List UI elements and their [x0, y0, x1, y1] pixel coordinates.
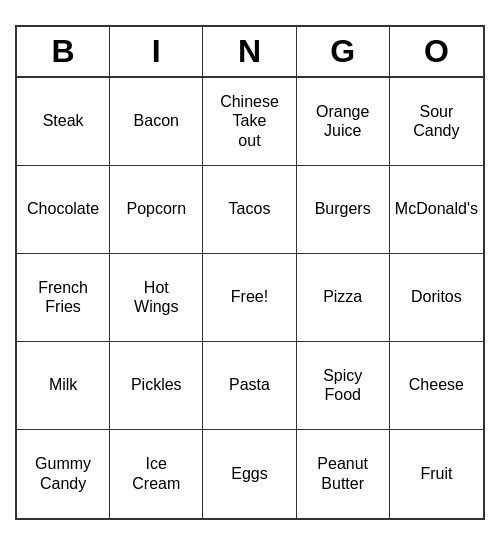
bingo-cell: Tacos	[203, 166, 296, 254]
bingo-cell: ChineseTakeout	[203, 78, 296, 166]
header-letter: I	[110, 27, 203, 76]
cell-text: FrenchFries	[38, 278, 88, 316]
bingo-cell: PeanutButter	[297, 430, 390, 518]
cell-text: SourCandy	[413, 102, 459, 140]
cell-text: Steak	[43, 111, 84, 130]
bingo-cell: Milk	[17, 342, 110, 430]
bingo-card: BINGO SteakBaconChineseTakeoutOrangeJuic…	[15, 25, 485, 520]
bingo-cell: Bacon	[110, 78, 203, 166]
bingo-cell: Free!	[203, 254, 296, 342]
bingo-cell: Doritos	[390, 254, 483, 342]
bingo-cell: Cheese	[390, 342, 483, 430]
bingo-cell: FrenchFries	[17, 254, 110, 342]
bingo-header: BINGO	[17, 27, 483, 78]
header-letter: B	[17, 27, 110, 76]
cell-text: Bacon	[134, 111, 179, 130]
bingo-cell: Pizza	[297, 254, 390, 342]
cell-text: Popcorn	[126, 199, 186, 218]
bingo-cell: Pickles	[110, 342, 203, 430]
cell-text: McDonald's	[395, 199, 478, 218]
cell-text: Eggs	[231, 464, 267, 483]
bingo-cell: McDonald's	[390, 166, 483, 254]
cell-text: Pasta	[229, 375, 270, 394]
bingo-cell: GummyCandy	[17, 430, 110, 518]
header-letter: N	[203, 27, 296, 76]
cell-text: Fruit	[420, 464, 452, 483]
cell-text: Burgers	[315, 199, 371, 218]
cell-text: SpicyFood	[323, 366, 362, 404]
cell-text: ChineseTakeout	[220, 92, 279, 150]
bingo-cell: Popcorn	[110, 166, 203, 254]
bingo-cell: Fruit	[390, 430, 483, 518]
bingo-cell: HotWings	[110, 254, 203, 342]
cell-text: IceCream	[132, 454, 180, 492]
header-letter: G	[297, 27, 390, 76]
cell-text: HotWings	[134, 278, 178, 316]
bingo-cell: Burgers	[297, 166, 390, 254]
cell-text: Pizza	[323, 287, 362, 306]
cell-text: Cheese	[409, 375, 464, 394]
cell-text: Milk	[49, 375, 77, 394]
cell-text: Free!	[231, 287, 268, 306]
cell-text: Pickles	[131, 375, 182, 394]
cell-text: Tacos	[229, 199, 271, 218]
cell-text: Chocolate	[27, 199, 99, 218]
bingo-cell: SpicyFood	[297, 342, 390, 430]
cell-text: PeanutButter	[317, 454, 368, 492]
cell-text: GummyCandy	[35, 454, 91, 492]
cell-text: Doritos	[411, 287, 462, 306]
bingo-cell: Chocolate	[17, 166, 110, 254]
bingo-cell: Pasta	[203, 342, 296, 430]
header-letter: O	[390, 27, 483, 76]
bingo-cell: Eggs	[203, 430, 296, 518]
bingo-cell: IceCream	[110, 430, 203, 518]
bingo-grid: SteakBaconChineseTakeoutOrangeJuiceSourC…	[17, 78, 483, 518]
bingo-cell: OrangeJuice	[297, 78, 390, 166]
cell-text: OrangeJuice	[316, 102, 369, 140]
bingo-cell: Steak	[17, 78, 110, 166]
bingo-cell: SourCandy	[390, 78, 483, 166]
